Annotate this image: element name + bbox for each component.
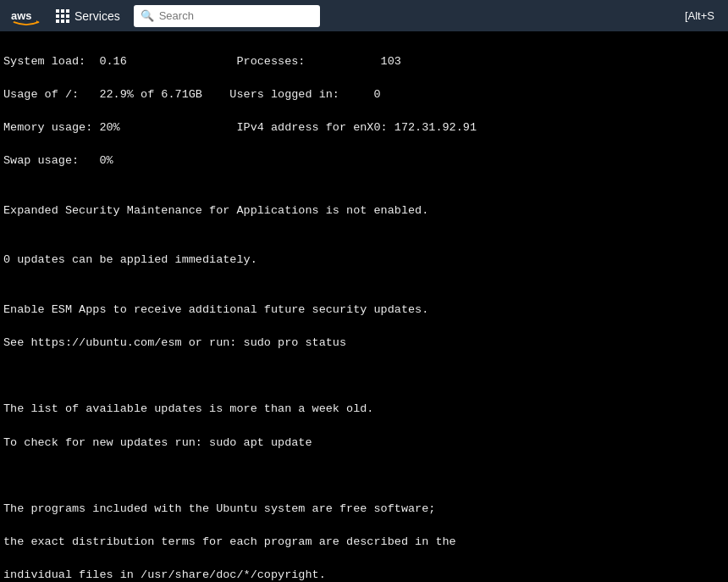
terminal-line: System load: 0.16 Processes: 103 xyxy=(3,53,725,70)
terminal[interactable]: System load: 0.16 Processes: 103 Usage o… xyxy=(0,31,728,582)
terminal-line: Enable ESM Apps to receive additional fu… xyxy=(3,302,725,319)
terminal-line: individual files in /usr/share/doc/*/cop… xyxy=(3,567,725,582)
terminal-line: See https://ubuntu.com/esm or run: sudo … xyxy=(3,335,725,352)
terminal-line: The programs included with the Ubuntu sy… xyxy=(3,501,725,518)
terminal-line: To check for new updates run: sudo apt u… xyxy=(3,435,725,452)
services-label: Services xyxy=(74,9,120,23)
search-icon: 🔍 xyxy=(141,9,154,23)
search-bar[interactable]: 🔍 xyxy=(134,5,320,27)
terminal-line: Swap usage: 0% xyxy=(3,152,725,169)
terminal-line: the exact distribution terms for each pr… xyxy=(3,534,725,551)
svg-text:aws: aws xyxy=(11,8,31,21)
terminal-line: Expanded Security Maintenance for Applic… xyxy=(3,202,725,219)
aws-logo[interactable]: aws xyxy=(7,0,46,31)
services-button[interactable]: Services xyxy=(46,0,130,31)
terminal-line: Usage of /: 22.9% of 6.71GB Users logged… xyxy=(3,86,725,103)
navbar: aws Services 🔍 [Alt+S xyxy=(0,0,728,31)
terminal-line: Memory usage: 20% IPv4 address for enX0:… xyxy=(3,119,725,136)
terminal-line: The list of available updates is more th… xyxy=(3,401,725,418)
search-input[interactable] xyxy=(159,9,312,22)
grid-icon xyxy=(56,9,69,23)
terminal-line: 0 updates can be applied immediately. xyxy=(3,252,725,269)
navbar-shortcut: [Alt+S xyxy=(685,9,721,22)
